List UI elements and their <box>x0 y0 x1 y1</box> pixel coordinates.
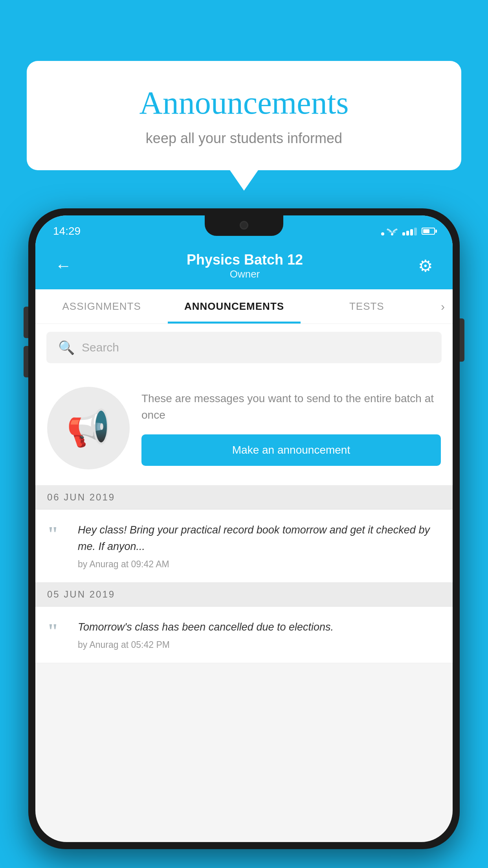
tabs-bar: ASSIGNMENTS ANNOUNCEMENTS TESTS › <box>35 289 453 324</box>
gear-button[interactable]: ⚙ <box>414 252 437 280</box>
announcement-item-2[interactable]: " Tomorrow's class has been cancelled du… <box>35 607 453 663</box>
volume-down-button <box>24 346 28 377</box>
announcement-promo: 📢 These are messages you want to send to… <box>35 371 453 485</box>
bubble-title: Announcements <box>46 85 442 121</box>
app-bar-title: Physics Batch 12 <box>75 252 414 268</box>
tab-announcements[interactable]: ANNOUNCEMENTS <box>168 289 300 324</box>
date-separator-2: 05 JUN 2019 <box>35 583 453 607</box>
status-icons <box>381 227 435 235</box>
speech-bubble: Announcements keep all your students inf… <box>27 61 461 170</box>
battery-icon <box>422 228 435 235</box>
bubble-subtitle: keep all your students informed <box>46 130 442 147</box>
phone-screen: 14:29 <box>35 215 453 842</box>
tab-assignments[interactable]: ASSIGNMENTS <box>35 289 168 324</box>
date-separator-1: 06 JUN 2019 <box>35 485 453 509</box>
app-bar-subtitle: Owner <box>75 268 414 280</box>
quote-icon-2: " <box>47 621 67 642</box>
phone-mockup: 14:29 <box>28 208 460 849</box>
promo-content: These are messages you want to send to t… <box>141 390 441 466</box>
quote-icon-1: " <box>47 524 67 544</box>
speech-bubble-container: Announcements keep all your students inf… <box>27 61 461 170</box>
wifi-icon <box>381 227 398 235</box>
status-time: 14:29 <box>53 225 81 237</box>
announcement-item-1[interactable]: " Hey class! Bring your practical record… <box>35 509 453 583</box>
announcement-text-2: Tomorrow's class has been cancelled due … <box>78 619 441 636</box>
announcement-text-1: Hey class! Bring your practical record b… <box>78 522 441 555</box>
app-bar: ← Physics Batch 12 Owner ⚙ <box>35 242 453 289</box>
search-container: 🔍 Search <box>35 324 453 371</box>
tab-more[interactable]: › <box>433 289 453 324</box>
search-icon: 🔍 <box>58 340 75 355</box>
megaphone-circle: 📢 <box>47 387 130 469</box>
search-placeholder: Search <box>82 341 119 354</box>
phone-notch <box>205 215 283 236</box>
promo-description: These are messages you want to send to t… <box>141 390 441 423</box>
tab-tests[interactable]: TESTS <box>301 289 433 324</box>
make-announcement-button[interactable]: Make an announcement <box>141 434 441 466</box>
announcement-content-2: Tomorrow's class has been cancelled due … <box>78 619 441 650</box>
announcement-content-1: Hey class! Bring your practical record b… <box>78 522 441 570</box>
app-bar-title-container: Physics Batch 12 Owner <box>75 252 414 280</box>
wifi-symbol <box>387 227 398 235</box>
megaphone-icon: 📢 <box>66 408 110 449</box>
power-button <box>460 318 464 362</box>
volume-up-button <box>24 307 28 338</box>
search-bar[interactable]: 🔍 Search <box>46 332 442 363</box>
back-button[interactable]: ← <box>51 252 75 279</box>
announcement-meta-1: by Anurag at 09:42 AM <box>78 559 441 570</box>
svg-point-0 <box>391 233 393 235</box>
signal-icon <box>402 227 417 235</box>
camera <box>240 221 248 230</box>
announcement-meta-2: by Anurag at 05:42 PM <box>78 640 441 650</box>
